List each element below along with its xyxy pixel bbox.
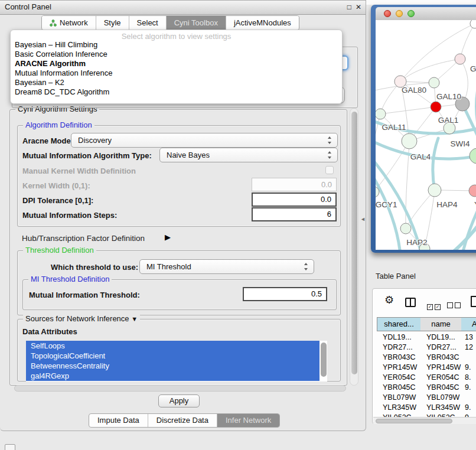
mi-algorithm-type-combobox[interactable]: Naive Bayes	[159, 148, 338, 162]
group-title: MI Threshold Definition	[28, 275, 112, 283]
node-hap2[interactable]	[400, 223, 411, 234]
float-window-icon[interactable]: □	[347, 3, 351, 11]
menu-item[interactable]: Dream8 DC_TDC Algorithm	[15, 87, 109, 96]
select-all-columns-icon[interactable]: ✓✓	[427, 300, 441, 311]
tab-network[interactable]: Network	[42, 16, 96, 30]
combobox-value: Discovery	[78, 136, 112, 145]
table-panel-title: Table Panel	[376, 272, 416, 281]
tab-discretize-data[interactable]: Discretize Data	[148, 414, 217, 427]
mi-steps-label: Mutual Information Steps:	[22, 211, 117, 220]
list-item[interactable]: BetweennessCentrality	[26, 361, 319, 371]
aracne-mode-combobox[interactable]: Discovery	[71, 133, 338, 148]
table-hscrollbar[interactable]	[373, 417, 476, 424]
node-label: GCY1	[376, 200, 397, 209]
node-label: HAP4	[436, 200, 458, 209]
settings-hscrollbar[interactable]	[14, 385, 346, 392]
menu-item[interactable]: Mutual Information Inference	[15, 69, 112, 77]
network-icon	[50, 19, 57, 27]
node-gal4[interactable]	[402, 133, 417, 149]
zoom-traffic-light[interactable]	[407, 10, 415, 17]
new-table-icon[interactable]	[471, 296, 476, 307]
node-label: GAL11	[382, 123, 406, 132]
close-window-icon[interactable]: ✕	[356, 3, 361, 11]
which-threshold-combobox[interactable]: MI Threshold	[139, 259, 314, 274]
mi-threshold-field[interactable]: 0.5	[243, 287, 327, 301]
hub-definition-label: Hub/Transcription Factor Definition	[22, 234, 145, 243]
apply-button[interactable]: Apply	[158, 394, 200, 407]
list-item[interactable]: SelfLoops	[26, 341, 319, 351]
tab-select[interactable]: Select	[129, 16, 166, 30]
close-traffic-light[interactable]	[384, 10, 391, 17]
collapse-down-icon[interactable]: ▼	[131, 315, 138, 322]
node-gal10[interactable]	[429, 77, 439, 88]
table-panel: ⚙ ✓✓ shared... name A YDL19... YDL19... …	[372, 288, 476, 424]
tab-cyni-toolbox[interactable]: Cyni Toolbox	[166, 16, 226, 30]
group-title: Sources for Network Inference ▼	[23, 314, 140, 323]
scrollbar-thumb[interactable]	[376, 419, 452, 423]
kernel-width-label: Kernel Width (0,1):	[22, 181, 90, 190]
column-header-shared-name[interactable]: shared...	[377, 317, 421, 331]
spinner-icon	[327, 136, 332, 144]
field-value: 6	[327, 210, 331, 219]
combobox-value: MI Threshold	[146, 262, 191, 271]
combobox-value: Naive Bayes	[167, 151, 210, 159]
aracne-mode-label: Aracne Mode:	[22, 136, 73, 145]
node-gal1[interactable]	[431, 102, 441, 112]
algorithm-definition-group: Algorithm Definition Aracne Mode: Discov…	[17, 125, 341, 227]
list-item[interactable]: gal4RGexp	[26, 371, 319, 381]
mini-panel-icon[interactable]	[5, 444, 15, 450]
menu-item[interactable]: Bayesian – Hill Climbing	[15, 40, 97, 49]
scrollbar-thumb[interactable]	[351, 112, 357, 374]
network-view-window[interactable]: GAL80 GAL10 GAL1 GAL11 SWI4 GAL4 GCY1 HA…	[371, 5, 476, 253]
clear-column-selection-icon[interactable]	[447, 300, 461, 311]
node-big-green[interactable]	[470, 148, 476, 164]
node-y[interactable]	[469, 185, 476, 197]
network-canvas[interactable]: GAL80 GAL10 GAL1 GAL11 SWI4 GAL4 GCY1 HA…	[376, 20, 476, 250]
settings-vscrollbar[interactable]	[350, 108, 358, 386]
tab-label: Impute Data	[97, 416, 139, 425]
expand-right-icon[interactable]: ▶	[165, 233, 171, 242]
node-gal11[interactable]	[376, 109, 386, 119]
node-label: GAL4	[410, 152, 431, 161]
table-rows: YDL19... YDL19... 13 YDR27... YDR27... 1…	[373, 332, 476, 417]
manual-kernel-checkbox[interactable]	[325, 166, 334, 174]
dpi-tolerance-label: DPI Tolerance [0,1]:	[22, 196, 93, 205]
menu-item-selected[interactable]: ARACNE Algorithm	[15, 59, 86, 68]
mi-threshold-definition-group: MI Threshold Definition Mutual Informati…	[22, 279, 337, 310]
tab-label: Select	[137, 18, 158, 27]
algorithm-popup: Select algorithm to view settings Bayesi…	[10, 30, 343, 104]
menu-item[interactable]: Basic Correlation Inference	[15, 50, 107, 58]
threshold-definition-group: Threshold Definition Which threshold to …	[17, 250, 341, 315]
field-value: 0.5	[311, 289, 322, 298]
mi-steps-field[interactable]: 6	[252, 207, 337, 221]
splitter-handle[interactable]: ◄	[360, 216, 366, 222]
browse-columns-icon[interactable]	[405, 298, 416, 307]
sources-title: Sources for Network Inference	[25, 314, 129, 323]
node-unlabeled[interactable]	[470, 20, 476, 28]
mi-type-label: Mutual Information Algorithm Type:	[22, 151, 152, 160]
column-header-partial[interactable]: A	[461, 317, 476, 331]
list-item[interactable]: TopologicalCoefficient	[26, 351, 319, 361]
node-hap4[interactable]	[428, 184, 441, 197]
control-panel-titlebar[interactable]: Control Panel □ ✕	[0, 1, 366, 15]
spinner-icon	[304, 263, 309, 270]
which-threshold-label: Which threshold to use:	[51, 263, 138, 272]
node-label: SWI4	[450, 139, 470, 148]
minimize-traffic-light[interactable]	[396, 10, 403, 17]
column-header-name[interactable]: name	[420, 317, 462, 331]
data-attributes-list: SelfLoops TopologicalCoefficient Between…	[26, 341, 327, 381]
gear-icon[interactable]: ⚙	[384, 294, 394, 306]
menu-item[interactable]: Bayesian – K2	[15, 78, 64, 87]
tab-infer-network[interactable]: Infer Network	[217, 414, 279, 427]
node-gal8[interactable]	[455, 54, 465, 64]
tab-impute-data[interactable]: Impute Data	[89, 414, 148, 427]
list-scrollbar[interactable]	[321, 343, 327, 377]
manual-kernel-label: Manual Kernel Width Definition	[22, 167, 136, 175]
control-panel-window: Control Panel □ ✕ Network Style Select C…	[0, 0, 366, 431]
kernel-width-field[interactable]: 0.0	[252, 178, 337, 191]
network-window-titlebar[interactable]	[376, 7, 476, 21]
tab-style[interactable]: Style	[96, 16, 129, 30]
popup-placeholder: Select algorithm to view settings	[11, 32, 342, 41]
tab-jactivemnodules[interactable]: jActiveMNodules	[226, 16, 299, 30]
dpi-tolerance-field[interactable]: 0.0	[252, 193, 337, 207]
